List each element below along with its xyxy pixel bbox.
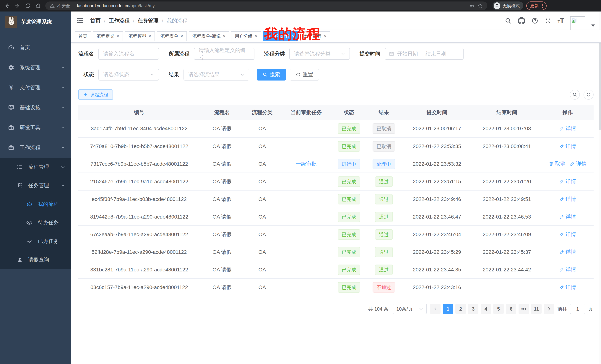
update-button[interactable]: 更新 (526, 1, 547, 10)
page-button-1[interactable]: 1 (443, 304, 453, 314)
sidebar-item-system[interactable]: 系统管理 (0, 57, 71, 77)
bookmark-star-icon[interactable] (477, 3, 483, 9)
result-select[interactable]: 请选择流结果 (183, 69, 249, 80)
sidebar-item-home[interactable]: 首页 (0, 38, 71, 57)
detail-action[interactable]: 详情 (559, 284, 576, 291)
navbar: 首页 / 工作流程 / 任务管理 / 我的流程 TT (71, 11, 601, 30)
detail-action[interactable]: 详情 (559, 178, 576, 185)
sidebar-item-leave-query[interactable]: 请假查询 (0, 250, 71, 269)
scrollbar-thumb[interactable] (599, 34, 601, 130)
tag-process-model[interactable]: 流程模型× (125, 31, 155, 41)
actions-cell: 取消详情 (542, 155, 594, 173)
close-icon[interactable]: × (223, 34, 225, 38)
page-button-11[interactable]: 11 (531, 304, 541, 314)
header-search-icon[interactable] (505, 18, 511, 24)
flow-icon (16, 182, 23, 189)
start-process-button[interactable]: 发起流程 (78, 89, 113, 100)
page-button-2[interactable]: 2 (455, 304, 466, 314)
sidebar-item-devtools[interactable]: 研发工具 (0, 118, 71, 138)
goto-page-input[interactable]: 1 (570, 304, 585, 314)
close-icon[interactable]: × (149, 34, 151, 38)
close-icon[interactable]: × (255, 34, 257, 38)
home-icon[interactable] (35, 2, 42, 9)
task-link[interactable]: 一级审批 (296, 161, 317, 168)
submit-time-cell: 2022-01-23 00:06:17 (402, 120, 472, 137)
back-icon[interactable] (4, 2, 10, 9)
process-id-cell: 3ad174fb-7b9d-11ec-8404-acde48001122 (78, 120, 200, 137)
submit-time-range-picker[interactable]: 开始日期 - 结束日期 (385, 48, 464, 60)
page-button-4[interactable]: 4 (481, 304, 491, 314)
app-logo-row[interactable]: 芋道管理系统 (0, 11, 71, 32)
sidebar-item-infra[interactable]: 基础设施 (0, 98, 71, 118)
tag-process-definition[interactable]: 流程定义× (93, 31, 123, 41)
tag-home[interactable]: 首页 (75, 31, 91, 41)
reload-icon[interactable] (25, 2, 31, 9)
detail-action[interactable]: 详情 (570, 160, 587, 167)
detail-action[interactable]: 详情 (559, 266, 576, 273)
avatar[interactable] (570, 16, 585, 31)
close-icon[interactable]: × (180, 34, 183, 38)
process-category-cell: OA (244, 278, 280, 296)
sidebar-item-label: 流程管理 (28, 163, 49, 171)
chevron-down-icon (61, 86, 65, 90)
search-button[interactable]: 搜索 (257, 69, 286, 80)
process-definition-input[interactable]: 请输入流程定义的编号 (194, 48, 254, 60)
detail-action[interactable]: 详情 (559, 143, 576, 150)
page-size-select[interactable]: 10条/页 (393, 304, 427, 314)
sidebar-item-my-process[interactable]: 我的流程 (0, 195, 71, 213)
detail-action[interactable]: 详情 (559, 196, 576, 203)
page-button-5[interactable]: 5 (493, 304, 504, 314)
process-name-input[interactable]: 请输入流程名 (99, 48, 159, 60)
sidebar-item-label: 待办任务 (38, 219, 59, 226)
status-select[interactable]: 请选择状态 (99, 69, 159, 80)
next-page-button[interactable] (544, 304, 554, 314)
process-name-cell: OA 请假 (200, 190, 244, 208)
reset-button[interactable]: 重置 (290, 69, 319, 80)
process-id-cell: 331bc281-7b9a-11ec-a290-acde48001122 (78, 261, 200, 278)
page-scrollbar[interactable] (599, 11, 601, 364)
status-badge: 已完成 (338, 247, 360, 257)
refresh-icon[interactable] (583, 90, 594, 100)
show-search-icon[interactable] (570, 90, 580, 100)
detail-action[interactable]: 详情 (559, 249, 576, 256)
actions-cell: 详情 (542, 208, 594, 226)
close-icon[interactable]: × (324, 34, 327, 38)
table-row: 52ffd28e-7b9a-11ec-a290-acde48001122OA 请… (78, 243, 594, 261)
column-header: 状态 (332, 105, 366, 120)
address-bar[interactable]: 不安全 dashboard.yudao.iocoder.cn/bpm/task/… (45, 1, 487, 10)
fullscreen-icon[interactable] (545, 18, 551, 24)
warning-icon (50, 3, 55, 8)
breadcrumb-home[interactable]: 首页 (90, 17, 101, 24)
forward-icon[interactable] (14, 2, 21, 9)
tag-process-form[interactable]: 流程表单× (157, 31, 187, 41)
cancel-action[interactable]: 取消 (549, 160, 566, 167)
sidebar-item-payment[interactable]: ¥ 支付管理 (0, 77, 71, 98)
page-button-3[interactable]: 3 (468, 304, 478, 314)
detail-action[interactable]: 详情 (559, 125, 576, 132)
sidebar-item-task-mgmt[interactable]: 任务管理 (0, 176, 71, 195)
column-header: 提交时间 (402, 105, 472, 120)
process-category-cell: OA (244, 208, 280, 226)
breadcrumb-task-mgmt[interactable]: 任务管理 (138, 17, 159, 24)
sidebar-item-process-mgmt[interactable]: 流程管理 (0, 158, 71, 176)
sidebar-item-done-tasks[interactable]: 已办任务 (0, 232, 71, 250)
process-category-select[interactable]: 请选择流程分类 (289, 48, 350, 60)
breadcrumb-workflow[interactable]: 工作流程 (109, 17, 130, 24)
github-icon[interactable] (518, 17, 525, 25)
key-icon[interactable] (469, 3, 475, 9)
sidebar-toggle-icon[interactable] (76, 17, 84, 25)
tag-user-group[interactable]: 用户分组× (231, 31, 261, 41)
font-size-icon[interactable]: TT (558, 17, 564, 25)
detail-action[interactable]: 详情 (559, 213, 576, 220)
more-pages-button[interactable]: ••• (519, 304, 529, 314)
browser-menu-icon[interactable] (542, 4, 543, 8)
sidebar-item-workflow[interactable]: 工作流程 (0, 138, 71, 158)
tag-process-form-edit[interactable]: 流程表单-编辑× (189, 31, 229, 41)
avatar-caret-icon[interactable] (591, 25, 595, 27)
detail-action[interactable]: 详情 (559, 231, 576, 238)
breadcrumb: 首页 / 工作流程 / 任务管理 / 我的流程 (90, 17, 187, 24)
help-icon[interactable] (531, 18, 538, 24)
close-icon[interactable]: × (117, 34, 119, 38)
sidebar-item-todo-tasks[interactable]: 待办任务 (0, 213, 71, 232)
page-button-6[interactable]: 6 (506, 304, 516, 314)
